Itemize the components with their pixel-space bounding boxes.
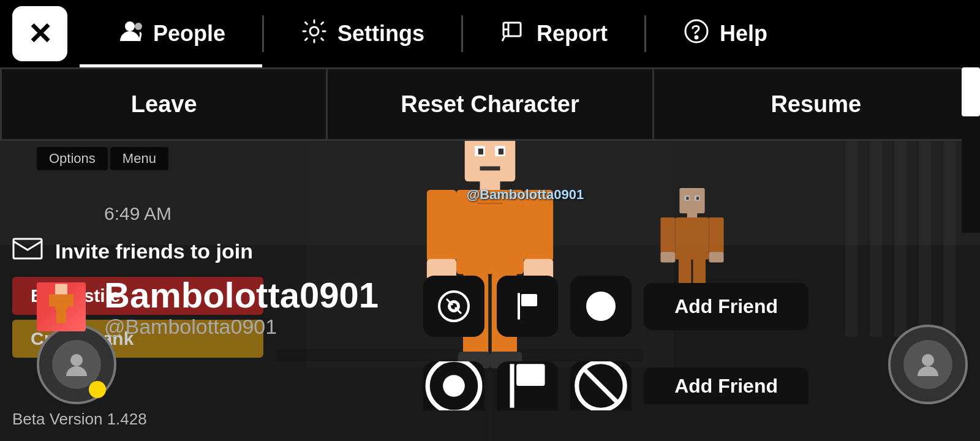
people-icon [116,18,143,50]
character-display [337,110,643,392]
svg-rect-54 [55,295,67,310]
svg-rect-39 [709,252,724,262]
player-actions: Add Friend [423,276,809,337]
invite-label: Invite friends to join [55,239,253,263]
help-icon [683,18,710,50]
invite-row[interactable]: Invite friends to join [0,230,276,272]
tab-report[interactable]: Report [463,0,644,67]
svg-rect-20 [477,203,502,205]
svg-rect-58 [61,309,66,323]
svg-rect-37 [709,217,724,253]
player-section: Bambolotta0901 @Bambolotta0901 [37,276,379,339]
scrollbar[interactable] [962,67,980,233]
tab-settings-label: Settings [337,21,424,47]
player-display-name: Bambolotta0901 [104,276,379,315]
player-actions-second-row: Add Friend [423,361,809,410]
svg-rect-16 [480,167,500,171]
svg-rect-55 [49,295,55,307]
right-circle-control[interactable] [888,325,968,404]
view-button[interactable] [423,276,484,337]
action-row: Leave Reset Character Resume [0,67,980,141]
svg-rect-36 [660,217,675,253]
options-tab[interactable]: Options [37,147,108,170]
svg-point-68 [443,375,465,397]
player-username: @Bambolotta0901 [104,315,379,339]
settings-icon [301,18,328,50]
close-button[interactable]: ✕ [12,6,67,61]
svg-rect-69 [516,364,545,386]
reset-character-button[interactable]: Reset Character [326,67,654,141]
character-nametag: @Bambolotta0901 [467,187,584,203]
svg-rect-29 [679,188,704,213]
block-button[interactable] [570,276,631,337]
svg-rect-53 [55,284,67,295]
menu-tab[interactable]: Menu [110,147,168,170]
player-avatar [37,282,86,331]
report-icon [500,18,527,50]
add-friend-button-2[interactable]: Add Friend [644,368,809,404]
leave-button[interactable]: Leave [0,67,326,141]
svg-rect-52 [13,239,42,258]
tab-help-label: Help [720,21,767,47]
tab-help[interactable]: Help [646,0,804,67]
svg-rect-62 [521,294,537,306]
tab-people[interactable]: People [80,0,262,67]
tab-report-label: Report [537,21,608,47]
svg-rect-32 [686,197,688,200]
svg-rect-35 [676,217,709,260]
beta-version: Beta Version 1.428 [12,410,147,429]
flag-button[interactable] [497,276,558,337]
add-friend-button[interactable]: Add Friend [644,283,809,330]
scrollbar-thumb[interactable] [962,67,980,116]
tab-progress [80,64,204,67]
svg-rect-56 [67,295,74,307]
mail-icon [12,236,43,266]
right-circle-inner [903,340,952,389]
svg-point-44 [125,21,135,31]
tab-settings[interactable]: Settings [264,0,461,67]
svg-line-72 [584,368,619,403]
svg-point-73 [70,354,83,366]
svg-point-46 [310,27,318,36]
svg-rect-15 [499,149,503,155]
block-button-2[interactable] [570,361,631,410]
menu-panel: ✕ People Sett [0,0,980,141]
svg-rect-38 [660,252,675,262]
gold-indicator [89,381,106,398]
player-names: Bambolotta0901 @Bambolotta0901 [104,276,379,339]
tab-people-label: People [153,21,225,47]
top-nav: ✕ People Sett [0,0,980,67]
svg-rect-21 [427,190,456,262]
time-display: 6:49 AM [0,197,276,230]
svg-point-45 [135,23,142,30]
svg-point-74 [922,354,934,366]
svg-rect-34 [687,213,698,217]
svg-rect-33 [696,197,699,200]
svg-point-51 [695,36,698,39]
flag-button-2[interactable] [497,361,558,410]
view-button-2[interactable] [423,361,484,410]
svg-rect-14 [478,149,483,155]
resume-button[interactable]: Resume [654,67,980,141]
options-bar: Options Menu [0,147,276,170]
